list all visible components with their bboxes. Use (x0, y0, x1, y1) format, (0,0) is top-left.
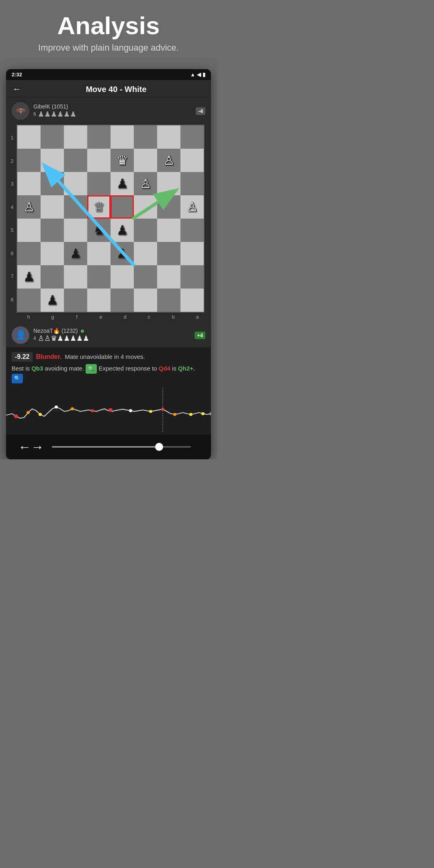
nav-bar: ← → (6, 435, 211, 459)
piece-♛-2-5: ♛ (117, 154, 128, 167)
board-cell-r3-c8[interactable] (180, 172, 204, 195)
top-piece-count: 6 (33, 111, 36, 117)
blunder-label: Blunder. (36, 353, 61, 360)
analysis-main-text: Best is Qb3 avoiding mate. 🔍 Expected re… (12, 364, 205, 383)
bottom-player-pieces: 4 ♙♙♛♟♟♟♟♟ (33, 334, 190, 343)
board-cell-r4-c8[interactable]: ♙ (180, 195, 204, 219)
board-cell-r7-c8[interactable] (180, 265, 204, 289)
svg-point-9 (91, 409, 94, 412)
analysis-text1: Mate unavoidable in 4 moves. (65, 352, 145, 362)
app-bar: ← Move 40 - White (6, 80, 211, 99)
board-cell-r6-c4[interactable] (87, 242, 111, 265)
board-cell-r4-c6[interactable] (134, 195, 157, 219)
wifi-icon: ▲ (190, 72, 195, 78)
board-cell-r6-c8[interactable] (180, 242, 204, 265)
magnify-btn-1[interactable]: 🔍 (86, 364, 97, 374)
board-cell-r5-c2[interactable] (41, 219, 64, 242)
chess-board: ♛♙♟♙♙♕♙♞♟♟♟♟♟ (16, 125, 205, 313)
board-cell-r2-c7[interactable]: ♙ (157, 149, 180, 172)
progress-bar[interactable] (52, 446, 191, 448)
board-cell-r4-c5[interactable] (111, 195, 134, 219)
board-cell-r3-c5[interactable]: ♟ (111, 172, 134, 195)
board-cell-r2-c4[interactable] (87, 149, 111, 172)
board-cell-r1-c3[interactable] (64, 125, 87, 149)
bottom-player-bar: 👤 NezoaT🔥 (1232) 4 ♙♙♛♟♟♟♟♟ +4 (6, 323, 211, 347)
board-cell-r3-c4[interactable] (87, 172, 111, 195)
board-cell-r7-c5[interactable] (111, 265, 134, 289)
board-cell-r7-c4[interactable] (87, 265, 111, 289)
board-cell-r6-c2[interactable] (41, 242, 64, 265)
next-button[interactable]: → (31, 440, 44, 454)
board-cell-r1-c6[interactable] (134, 125, 157, 149)
board-cell-r8-c3[interactable] (64, 289, 87, 312)
svg-point-8 (71, 407, 74, 410)
board-cell-r1-c5[interactable] (111, 125, 134, 149)
board-cell-r4-c4[interactable]: ♕ (87, 195, 111, 219)
board-cell-r6-c3[interactable]: ♟ (64, 242, 87, 265)
board-cell-r8-c2[interactable]: ♟ (41, 289, 64, 312)
piece-♟-3-5: ♟ (117, 177, 128, 190)
board-cell-r5-c7[interactable] (157, 219, 180, 242)
board-cell-r6-c7[interactable] (157, 242, 180, 265)
status-time: 2:32 (12, 72, 22, 78)
expected-response-prefix: Expected response to (98, 365, 158, 372)
board-cell-r2-c3[interactable] (64, 149, 87, 172)
board-cell-r4-c1[interactable]: ♙ (17, 195, 41, 219)
progress-fill (52, 446, 163, 448)
board-cell-r7-c3[interactable] (64, 265, 87, 289)
board-cell-r2-c5[interactable]: ♛ (111, 149, 134, 172)
board-cell-r1-c4[interactable] (87, 125, 111, 149)
board-cell-r8-c4[interactable] (87, 289, 111, 312)
board-cell-r5-c6[interactable] (134, 219, 157, 242)
board-cell-r5-c8[interactable] (180, 219, 204, 242)
board-cell-r6-c1[interactable] (17, 242, 41, 265)
progress-knob[interactable] (155, 443, 163, 451)
board-cell-r2-c1[interactable] (17, 149, 41, 172)
board-cell-r8-c8[interactable] (180, 289, 204, 312)
board-cell-r5-c3[interactable] (64, 219, 87, 242)
board-cell-r5-c4[interactable]: ♞ (87, 219, 111, 242)
board-cell-r6-c5[interactable]: ♟ (111, 242, 134, 265)
top-player-bar: 🦇 GibelK (1051) 6 ♟♟♟♟♟♟ -4 (6, 99, 211, 123)
svg-point-12 (149, 410, 152, 413)
board-cell-r3-c2[interactable] (41, 172, 64, 195)
board-cell-r7-c2[interactable] (41, 265, 64, 289)
board-cell-r4-c3[interactable] (64, 195, 87, 219)
board-cell-r2-c6[interactable] (134, 149, 157, 172)
board-cell-r3-c7[interactable] (157, 172, 180, 195)
online-indicator (81, 330, 84, 333)
board-cell-r3-c3[interactable] (64, 172, 87, 195)
board-cell-r7-c6[interactable] (134, 265, 157, 289)
board-cell-r7-c7[interactable] (157, 265, 180, 289)
svg-point-14 (173, 413, 176, 416)
board-cell-r8-c1[interactable] (17, 289, 41, 312)
svg-point-4 (14, 414, 18, 418)
bottom-player-score: +4 (194, 332, 205, 339)
board-cell-r8-c5[interactable] (111, 289, 134, 312)
board-cell-r6-c6[interactable] (134, 242, 157, 265)
piece-♟-8-2: ♟ (47, 294, 58, 307)
magnify-btn-2[interactable]: 🔍 (12, 374, 23, 383)
board-cell-r2-c2[interactable] (41, 149, 64, 172)
board-cell-r4-c2[interactable] (41, 195, 64, 219)
board-cell-r8-c6[interactable] (134, 289, 157, 312)
board-cell-r1-c7[interactable] (157, 125, 180, 149)
board-cell-r3-c1[interactable] (17, 172, 41, 195)
board-cell-r5-c5[interactable]: ♟ (111, 219, 134, 242)
top-player-name: GibelK (1051) (33, 103, 192, 110)
board-cell-r1-c2[interactable] (41, 125, 64, 149)
board-cell-r5-c1[interactable] (17, 219, 41, 242)
bottom-piece-count: 4 (33, 336, 36, 341)
board-cell-r2-c8[interactable] (180, 149, 204, 172)
board-cell-r8-c7[interactable] (157, 289, 180, 312)
prev-button[interactable]: ← (18, 440, 31, 454)
board-cell-r7-c1[interactable]: ♟ (17, 265, 41, 289)
piece-♙-3-6: ♙ (140, 177, 151, 190)
board-cell-r3-c6[interactable]: ♙ (134, 172, 157, 195)
board-cell-r1-c1[interactable] (17, 125, 41, 149)
best-move-suffix: avoiding mate. (43, 365, 84, 372)
board-cell-r4-c7[interactable] (157, 195, 180, 219)
svg-point-7 (55, 405, 58, 408)
board-cell-r1-c8[interactable] (180, 125, 204, 149)
back-button[interactable]: ← (12, 84, 21, 94)
